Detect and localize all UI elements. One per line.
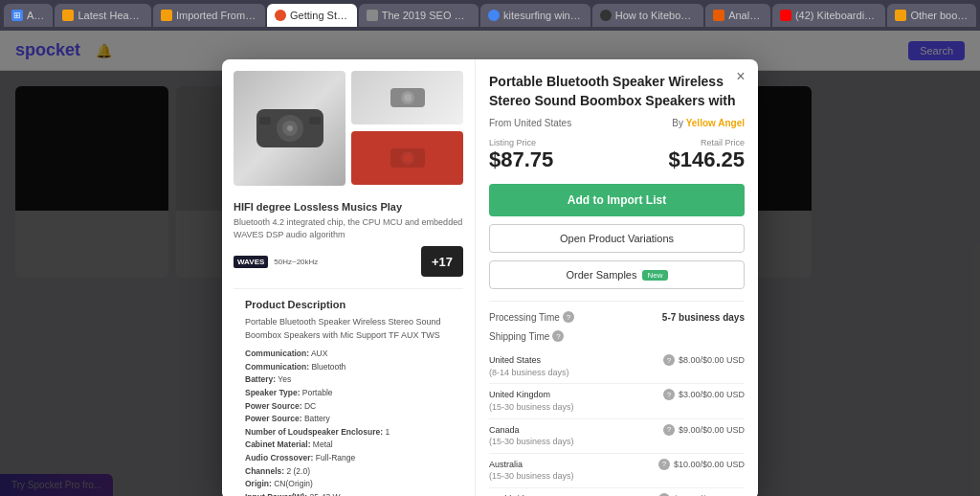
- country-row-uk: United Kingdom(15-30 business days) ? $3…: [489, 384, 745, 418]
- new-badge: New: [642, 270, 667, 281]
- tab-seo-check[interactable]: The 2019 SEO Chec...: [359, 4, 479, 27]
- tab-kitesurfing[interactable]: kitesurfing wind wi...: [480, 4, 590, 27]
- processing-time-text: Processing Time: [489, 312, 560, 323]
- retail-price-label: Retail Price: [668, 138, 745, 147]
- spec-cabinet: Cabinet Material: Metal: [245, 439, 452, 452]
- thumb-red-speaker-svg: [389, 144, 427, 172]
- tab-getting-started[interactable]: Getting Started: [267, 4, 357, 27]
- svg-point-3: [287, 125, 293, 131]
- country-name-us: United States(8-14 business days): [489, 354, 569, 378]
- add-to-import-list-button[interactable]: Add to Import List: [489, 184, 745, 216]
- processing-time-row: Processing Time ? 5-7 business days: [489, 311, 745, 323]
- tab-analytics[interactable]: Analytics: [705, 4, 770, 27]
- spec-channels: Channels: 2 (2.0): [245, 465, 452, 479]
- description-main-text: Portable Bluetooth Speaker Wireless Ster…: [245, 316, 452, 342]
- spec-audio-crossover: Audio Crossover: Full-Range: [245, 452, 452, 465]
- canada-shipping-price: $9.00/$0.00 USD: [679, 425, 745, 435]
- order-samples-button[interactable]: Order Samples New: [489, 260, 745, 289]
- thumb-image-2: [351, 131, 463, 185]
- tab-apps-label: Apps: [27, 10, 45, 21]
- tab-other-bookmarks[interactable]: Other bookm...: [887, 4, 976, 27]
- shipping-time-label: Shipping Time ?: [489, 330, 564, 342]
- youtube-icon: [780, 10, 791, 21]
- open-product-variations-button[interactable]: Open Product Variations: [489, 224, 745, 253]
- country-shipping-australia: ? $10.00/$0.00 USD: [658, 459, 745, 470]
- processing-time-info-icon[interactable]: ?: [563, 311, 574, 323]
- spec-origin: Origin: CN(Origin): [245, 478, 452, 491]
- australia-shipping-info-icon[interactable]: ?: [658, 459, 670, 470]
- seller-info-row: From United States By Yellow Angel: [489, 118, 745, 128]
- bookmarks-icon: [895, 10, 906, 21]
- price-row: Listing Price $87.75 Retail Price $146.2…: [489, 138, 745, 172]
- tab-imported-from-fire[interactable]: Imported From Fire ": [153, 4, 265, 27]
- getting-started-icon: [275, 10, 286, 21]
- main-image-inner: [234, 71, 345, 186]
- shipping-time-info-icon[interactable]: ?: [552, 330, 564, 342]
- description-heading: Product Description: [245, 299, 452, 310]
- svg-rect-5: [309, 117, 321, 124]
- tab-apps[interactable]: ⊞ Apps: [4, 4, 53, 27]
- apps-icon: ⊞: [11, 10, 23, 21]
- thumb-image-1: [351, 71, 463, 124]
- spec-battery: Battery: Yes: [245, 373, 452, 387]
- uk-shipping-price: $3.00/$0.00 USD: [679, 390, 745, 399]
- more-images-badge[interactable]: +17: [421, 246, 463, 277]
- svg-point-11: [404, 154, 412, 162]
- spec-communication-aux: Communication: AUX: [245, 348, 452, 361]
- product-description-section: Product Description Portable Bluetooth S…: [234, 288, 463, 496]
- frequency-text: 50Hz~20kHz: [274, 258, 318, 266]
- countries-list: United States(8-14 business days) ? $8.0…: [489, 349, 745, 496]
- browser-tab-bar: ⊞ Apps Latest Headlines Imported From Fi…: [0, 0, 980, 31]
- us-shipping-price: $8.00/$0.00 USD: [679, 355, 745, 365]
- tab-seo-label: The 2019 SEO Chec...: [382, 10, 471, 21]
- listing-price-value: $87.75: [489, 147, 553, 172]
- modal-close-button[interactable]: ×: [731, 67, 750, 86]
- analytics-icon: [713, 10, 724, 21]
- uk-shipping-info-icon[interactable]: ?: [663, 389, 675, 400]
- country-row-canada: Canada(15-30 business days) ? $9.00/$0.0…: [489, 419, 745, 454]
- product-modal: ×: [222, 59, 758, 496]
- tab-kiteboarding-l[interactable]: (42) Kiteboarding L...: [772, 4, 885, 27]
- country-row-us: United States(8-14 business days) ? $8.0…: [489, 349, 745, 384]
- tab-latest-headlines-label: Latest Headlines: [78, 10, 144, 21]
- retail-price-value: $146.25: [668, 147, 745, 172]
- order-samples-label: Order Samples: [567, 269, 637, 281]
- kitesurfing-icon: [488, 10, 500, 21]
- spec-loudspeaker-num: Number of Loudspeaker Enclosure: 1: [245, 426, 452, 440]
- specs-list: Communication: AUX Communication: Blueto…: [245, 348, 452, 496]
- latest-headlines-icon: [62, 10, 74, 21]
- retail-price-block: Retail Price $146.25: [668, 138, 745, 172]
- tab-latest-headlines[interactable]: Latest Headlines: [55, 4, 151, 27]
- country-name-canada: Canada(15-30 business days): [489, 424, 574, 448]
- shipping-time-row: Shipping Time ?: [489, 330, 745, 342]
- country-row-worldwide: Worldwide(15-30 business days) ? $15.00/…: [489, 488, 745, 496]
- seo-icon: [367, 10, 378, 21]
- modal-right-panel: Portable Bluetooth Speaker Wireless Ster…: [476, 59, 758, 496]
- tab-imported-label: Imported From Fire ": [176, 10, 257, 21]
- listing-price-block: Listing Price $87.75: [489, 138, 553, 172]
- seller-name[interactable]: Yellow Angel: [686, 118, 745, 128]
- browser-content: spocket 🔔 Search: [0, 31, 980, 496]
- canada-shipping-info-icon[interactable]: ?: [663, 424, 675, 436]
- us-shipping-info-icon[interactable]: ?: [663, 354, 675, 366]
- processing-time-value: 5-7 business days: [662, 312, 745, 323]
- tab-other-bookmarks-label: Other bookm...: [910, 10, 969, 21]
- country-shipping-canada: ? $9.00/$0.00 USD: [663, 424, 745, 436]
- listing-price-label: Listing Price: [489, 138, 553, 147]
- modal-overlay: ×: [0, 31, 980, 496]
- spec-input-power: Input Power(W): 25-43 W: [245, 491, 452, 496]
- tab-kiteboard-label: How to Kiteboard -...: [615, 10, 696, 21]
- waves-bar: WAVES 50Hz~20kHz +17: [234, 246, 463, 277]
- product-images-grid: [234, 71, 463, 186]
- product-desc-small: Bluetooth 4.2 integrated chip, the CPU M…: [234, 216, 463, 240]
- svg-rect-4: [259, 117, 271, 124]
- country-name-uk: United Kingdom(15-30 business days): [489, 389, 574, 413]
- modal-left-panel: HIFI degree Lossless Musics Play Bluetoo…: [222, 59, 476, 496]
- tab-kiteboard[interactable]: How to Kiteboard -...: [592, 4, 703, 27]
- spec-power-source-dc: Power Source: DC: [245, 400, 452, 414]
- shipping-time-text: Shipping Time: [489, 331, 549, 342]
- spec-communication-bt: Communication: Bluetooth: [245, 361, 452, 374]
- by-seller-row: By Yellow Angel: [672, 118, 745, 128]
- country-row-australia: Australia(15-30 business days) ? $10.00/…: [489, 454, 745, 488]
- spec-speaker-type: Speaker Type: Portable: [245, 387, 452, 400]
